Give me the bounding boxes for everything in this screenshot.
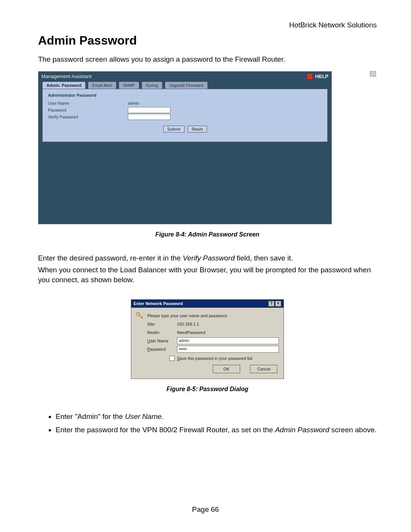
- paragraph-browser-prompt: When you connect to the Load Balancer wi…: [38, 265, 377, 284]
- username-value: admin: [128, 101, 139, 105]
- tab-admin-password[interactable]: Admin. Password: [42, 81, 86, 89]
- figure-admin-password-screen: Management Assistant HELP Admin. Passwor…: [38, 71, 377, 238]
- page-number: Page 66: [0, 505, 411, 514]
- dialog-password-label: Password: [147, 347, 177, 351]
- site-value: 192.168.1.1: [177, 322, 199, 326]
- dialog-username-label: User Name: [147, 339, 177, 343]
- router-window: Management Assistant HELP Admin. Passwor…: [38, 71, 332, 224]
- admin-password-panel: Administrator Password User Name admin P…: [42, 89, 328, 142]
- ok-button[interactable]: OK: [213, 365, 240, 373]
- verify-password-label: Verify Password: [48, 115, 128, 119]
- password-dialog: Enter Network Password ? × Please type y…: [131, 299, 284, 379]
- save-password-label: Save this password in your password list: [177, 356, 252, 361]
- panel-title: Administrator Password: [48, 93, 322, 97]
- key-icon: [136, 312, 143, 320]
- help-button[interactable]: HELP: [307, 73, 328, 80]
- scrollbar-up-icon[interactable]: [370, 71, 376, 77]
- cancel-button[interactable]: Cancel: [250, 365, 277, 373]
- list-item: Enter "Admin" for the User Name.: [56, 412, 377, 422]
- help-icon: [307, 73, 313, 80]
- dialog-prompt: Please type your user name and password.: [147, 313, 228, 318]
- tab-upgrade-firmware[interactable]: Upgrade Firmware: [165, 81, 208, 89]
- dialog-username-input[interactable]: admin: [177, 337, 279, 344]
- svg-point-0: [137, 313, 140, 316]
- router-window-title: Management Assistant: [41, 73, 92, 79]
- list-item: Enter the password for the VPN 800/2 Fir…: [56, 425, 377, 435]
- company-name: HotBrick Network Solutions: [289, 21, 377, 29]
- realm-value: NeedPassword: [177, 330, 206, 335]
- dialog-password-input[interactable]: ••••••: [177, 346, 279, 353]
- tab-email-alert[interactable]: Email Alert: [88, 81, 116, 89]
- realm-label: Realm: [147, 330, 177, 335]
- figure-password-dialog: Enter Network Password ? × Please type y…: [38, 299, 377, 379]
- tab-bar: Admin. Password Email Alert SNMP Syslog …: [38, 81, 331, 89]
- password-label: Password: [48, 108, 128, 112]
- username-label: User Name: [48, 101, 128, 105]
- tab-snmp[interactable]: SNMP: [119, 81, 139, 89]
- instruction-list: Enter "Admin" for the User Name. Enter t…: [38, 412, 377, 435]
- password-input[interactable]: [128, 107, 170, 113]
- help-label: HELP: [315, 73, 328, 79]
- reset-button[interactable]: Reset: [188, 126, 207, 133]
- dialog-close-button[interactable]: ×: [275, 301, 281, 307]
- svg-line-2: [142, 316, 143, 318]
- intro-text: The password screen allows you to assign…: [38, 54, 377, 64]
- paragraph-enter-password: Enter the desired password, re-enter it …: [38, 253, 377, 263]
- save-password-checkbox[interactable]: [169, 356, 175, 361]
- tab-syslog[interactable]: Syslog: [142, 81, 162, 89]
- site-label: Site:: [147, 322, 177, 326]
- page-title: Admin Password: [38, 34, 377, 48]
- dialog-title: Enter Network Password: [134, 301, 183, 306]
- dialog-help-button[interactable]: ?: [268, 301, 274, 307]
- verify-password-input[interactable]: [128, 114, 170, 120]
- figure-caption-1: Figure 8-4: Admin Password Screen: [38, 231, 377, 238]
- submit-button[interactable]: Submit: [163, 126, 185, 133]
- figure-caption-2: Figure 8-5: Password Dialog: [38, 386, 377, 393]
